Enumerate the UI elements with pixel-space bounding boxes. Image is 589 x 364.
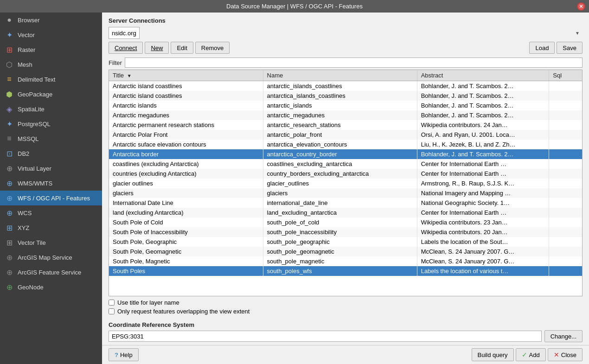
- cell-sql: [549, 179, 582, 188]
- sidebar: ●Browser✦Vector⊞Raster⬡Mesh≡Delimited Te…: [0, 13, 102, 364]
- sidebar-item-db2[interactable]: ⊡DB2: [0, 146, 102, 161]
- table-row[interactable]: countries (excluding Antarctica)country_…: [109, 169, 582, 179]
- cell-title: Antarctic islands: [109, 101, 263, 110]
- table-row[interactable]: glacier outlinesglacier_outlinesArmstron…: [109, 179, 582, 188]
- cell-name: land_excluding_antarctica: [263, 208, 417, 217]
- add-check-icon: ✓: [522, 351, 527, 358]
- server-connections-title: Server Connections: [102, 13, 589, 27]
- new-button[interactable]: New: [145, 42, 169, 54]
- table-row[interactable]: South Pole of Inaccessibilitysouth_pole_…: [109, 227, 582, 237]
- sidebar-label-arcgis-map: ArcGIS Map Service: [18, 254, 72, 261]
- load-button[interactable]: Load: [529, 42, 555, 54]
- table-row[interactable]: Antarctic island coastlinesantarctica_is…: [109, 91, 582, 101]
- sidebar-item-wfs-ogc[interactable]: ⊕WFS / OGC API - Features: [0, 191, 102, 205]
- cell-sql: [549, 198, 582, 208]
- table-row[interactable]: South Polessouth_poles_wfsLabels the loc…: [109, 266, 582, 276]
- edit-button[interactable]: Edit: [171, 42, 193, 54]
- cell-title: Antarctica border: [109, 149, 263, 159]
- sidebar-item-xyz[interactable]: ⊞XYZ: [0, 220, 102, 235]
- cell-title: International Date Line: [109, 198, 263, 208]
- sidebar-item-geopackage[interactable]: ⬢GeoPackage: [0, 87, 102, 102]
- save-button[interactable]: Save: [557, 42, 583, 54]
- toolbar-right: Load Save: [529, 42, 583, 54]
- sidebar-label-wfs-ogc: WFS / OGC API - Features: [18, 195, 90, 202]
- table-row[interactable]: International Date Lineinternational_dat…: [109, 198, 582, 208]
- table-row[interactable]: Antarctic Polar Frontantarctic_polar_fro…: [109, 130, 582, 140]
- use-title-label[interactable]: Use title for layer name: [117, 299, 179, 306]
- sidebar-item-mesh[interactable]: ⬡Mesh: [0, 57, 102, 72]
- remove-button[interactable]: Remove: [195, 42, 230, 54]
- window-close-button[interactable]: ×: [577, 2, 585, 11]
- add-button[interactable]: ✓ Add: [516, 348, 546, 361]
- table-row[interactable]: Antarctica borderantarctica_country_bord…: [109, 149, 582, 159]
- table-row[interactable]: glaciersglaciersNational Imagery and Map…: [109, 188, 582, 198]
- connect-button[interactable]: Connect: [109, 42, 143, 54]
- sidebar-item-delimited-text[interactable]: ≡Delimited Text: [0, 72, 102, 87]
- cell-title: South Pole, Geographic: [109, 237, 263, 247]
- build-query-button[interactable]: Build query: [472, 348, 514, 361]
- cell-abstract: Armstrong, R., B. Raup, S.J.S. K…: [417, 179, 549, 188]
- crs-change-button[interactable]: Change...: [544, 330, 583, 342]
- table-row[interactable]: coastlines (excluding Antarctica)coastli…: [109, 159, 582, 169]
- cell-name: south_pole_inaccessibility: [263, 227, 417, 237]
- cell-title: glaciers: [109, 188, 263, 198]
- table-row[interactable]: Antarctic permanent research stationsant…: [109, 120, 582, 130]
- crs-title: Coordinate Reference System: [109, 321, 583, 328]
- table-row[interactable]: South Pole, Geographicsouth_pole_geograp…: [109, 237, 582, 247]
- cell-sql: [549, 188, 582, 198]
- layers-table: Title ▼ Name Abstract Sql: [109, 70, 582, 276]
- sidebar-item-arcgis-feat[interactable]: ⊕ArcGIS Feature Service: [0, 265, 102, 280]
- sidebar-item-geonode[interactable]: ⊕GeoNode: [0, 280, 102, 294]
- col-header-title[interactable]: Title ▼: [109, 70, 263, 81]
- sidebar-icon-postgresql: ✦: [5, 119, 14, 128]
- only-request-label[interactable]: Only request features overlapping the vi…: [117, 308, 250, 315]
- server-select[interactable]: nsidc.org: [109, 27, 140, 39]
- sidebar-icon-arcgis-feat: ⊕: [5, 268, 14, 277]
- sidebar-item-wcs[interactable]: ⊕WCS: [0, 205, 102, 220]
- table-header: Title ▼ Name Abstract Sql: [109, 70, 582, 81]
- cell-sql: [549, 247, 582, 256]
- close-footer-button[interactable]: ✕ Close: [548, 348, 583, 361]
- table-row[interactable]: South Pole, Magneticsouth_pole_magneticM…: [109, 256, 582, 266]
- cell-title: South Poles: [109, 266, 263, 276]
- server-connections-row: nsidc.org: [102, 27, 589, 42]
- sidebar-item-vector[interactable]: ✦Vector: [0, 27, 102, 42]
- sidebar-item-vector-tile[interactable]: ⊞Vector Tile: [0, 235, 102, 250]
- cell-title: Antarctic island coastlines: [109, 91, 263, 101]
- table-row[interactable]: Antarctic islandsantarctic_islandsBohlan…: [109, 101, 582, 110]
- sidebar-item-spatialite[interactable]: ◈SpatiaLite: [0, 102, 102, 116]
- sidebar-label-delimited-text: Delimited Text: [18, 76, 55, 83]
- filter-input[interactable]: [125, 57, 583, 68]
- sidebar-item-arcgis-map[interactable]: ⊕ArcGIS Map Service: [0, 250, 102, 265]
- col-header-abstract[interactable]: Abstract: [417, 70, 549, 81]
- table-row[interactable]: Antarctic island coastlinesantarctic_isl…: [109, 81, 582, 91]
- cell-abstract: McClean, S. 24 January 2007. G…: [417, 247, 549, 256]
- table-row[interactable]: Antarctic suface elevation contoursantar…: [109, 140, 582, 149]
- checkboxes-section: Use title for layer name Only request fe…: [102, 296, 589, 319]
- sidebar-item-virtual-layer[interactable]: ⊕Virtual Layer: [0, 161, 102, 176]
- use-title-checkbox[interactable]: [109, 300, 115, 306]
- cell-abstract: McClean, S. 24 January 2007. G…: [417, 256, 549, 266]
- table-row[interactable]: Antarctic megadunesantarctic_megadunesBo…: [109, 110, 582, 120]
- sidebar-item-postgresql[interactable]: ✦PostgreSQL: [0, 116, 102, 131]
- table-row[interactable]: land (excluding Antarctica)land_excludin…: [109, 208, 582, 217]
- col-header-sql[interactable]: Sql: [549, 70, 582, 81]
- sidebar-label-mssql: MSSQL: [18, 135, 39, 142]
- only-request-checkbox[interactable]: [109, 308, 115, 314]
- cell-sql: [549, 110, 582, 120]
- sidebar-label-raster: Raster: [18, 46, 35, 53]
- sidebar-item-wms-wmts[interactable]: ⊕WMS/WMTS: [0, 176, 102, 191]
- cell-name: south_pole_geographic: [263, 237, 417, 247]
- sidebar-icon-xyz: ⊞: [5, 223, 14, 232]
- sidebar-item-browser[interactable]: ●Browser: [0, 13, 102, 27]
- help-button[interactable]: ? Help: [109, 348, 139, 361]
- sidebar-icon-arcgis-map: ⊕: [5, 253, 14, 262]
- table-row[interactable]: South Pole, Geomagneticsouth_pole_geomag…: [109, 247, 582, 256]
- layers-table-wrapper[interactable]: Title ▼ Name Abstract Sql: [109, 70, 583, 296]
- sidebar-item-raster[interactable]: ⊞Raster: [0, 42, 102, 57]
- table-row[interactable]: South Pole of Coldsouth_pole_of_coldWiki…: [109, 217, 582, 227]
- sidebar-item-mssql[interactable]: ≡MSSQL: [0, 131, 102, 146]
- col-header-name[interactable]: Name: [263, 70, 417, 81]
- cell-name: coastlines_excluding_antarctica: [263, 159, 417, 169]
- cell-title: Antarctic suface elevation contours: [109, 140, 263, 149]
